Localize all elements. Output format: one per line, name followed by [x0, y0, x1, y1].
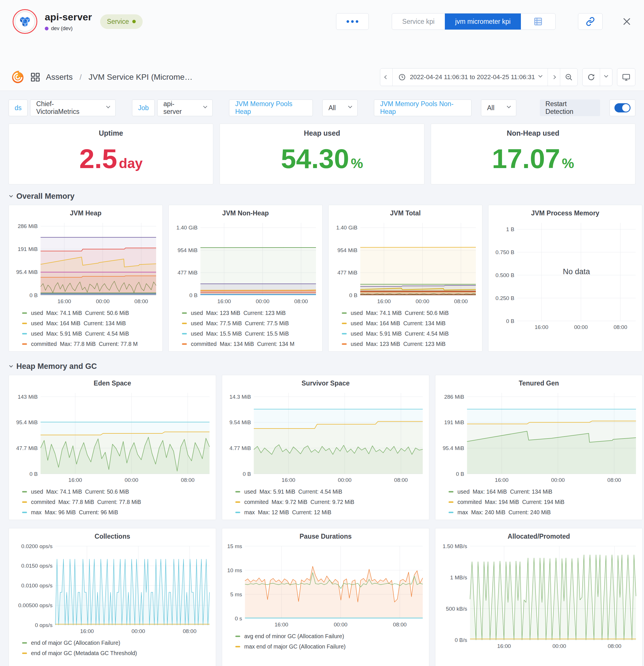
- chart-canvas[interactable]: 1.40 GiB954 MiB477 MiB0 B16:0000:0008:00: [332, 220, 479, 305]
- legend-label: used Max: 74.1 MiB Current: 50.6 MiB: [351, 310, 448, 316]
- legend-item[interactable]: used Max: 123 MiB Current: 123 MiB: [342, 339, 479, 349]
- close-button[interactable]: [622, 17, 631, 26]
- legend-label: commited Max: 77.8 MiB Current: 77.8 MiB: [31, 499, 141, 505]
- chart-canvas[interactable]: 14.3 MiB9.54 MiB4.77 MiB0 B16:0000:0008:…: [225, 389, 426, 484]
- svg-text:0.0150 ops/s: 0.0150 ops/s: [21, 563, 52, 569]
- refresh-button[interactable]: [582, 69, 600, 86]
- job-filter-dropdown[interactable]: api-server: [157, 100, 213, 116]
- chart-canvas[interactable]: 1 B0.750 B0.500 B0.250 B0 B16:0000:0008:…: [491, 220, 639, 331]
- time-range-picker[interactable]: 2022-04-24 11:06:31 to 2022-04-25 11:06:…: [392, 69, 547, 86]
- legend-label: used Max: 164 MiB Current: 134 MiB: [31, 320, 126, 327]
- breadcrumb-app[interactable]: Asserts: [46, 73, 73, 82]
- chart-canvas[interactable]: 1.40 GiB954 MiB477 MiB0 B16:0000:0008:00: [172, 220, 319, 305]
- svg-text:0.750 B: 0.750 B: [496, 249, 514, 255]
- legend-item[interactable]: max Max: 96 MiB Current: 96 MiB: [22, 507, 213, 518]
- section-overall-memory[interactable]: Overall Memory: [10, 192, 635, 201]
- legend-swatch-icon: [448, 491, 454, 492]
- legend-item[interactable]: used Max: 15.5 MiB Current: 15.5 MiB: [182, 328, 319, 339]
- nonheap-pools-filter-dropdown[interactable]: All: [481, 100, 516, 116]
- chart-canvas[interactable]: 143 MiB95.4 MiB47.7 MiB0 B16:0000:0008:0…: [12, 389, 213, 484]
- panel-collections: Collections 0.0200 ops/s0.0150 ops/s0.01…: [9, 528, 216, 666]
- refresh-interval-dropdown[interactable]: [600, 69, 612, 86]
- legend-item[interactable]: used Max: 5.91 MiB Current: 4.54 MiB: [22, 328, 159, 339]
- legend-label: used Max: 123 MiB Current: 123 MiB: [191, 310, 286, 316]
- legend-item[interactable]: end of major GC (Metadata GC Threshold): [22, 648, 213, 658]
- legend-item[interactable]: used Max: 74.1 MiB Current: 50.6 MiB: [22, 308, 159, 318]
- section-heap-memory-gc[interactable]: Heap Memory and GC: [10, 362, 635, 371]
- chart-canvas[interactable]: 1.50 MB/s1 MB/s500 kB/s0 B/s16:0000:0008…: [438, 543, 639, 650]
- tv-mode-button[interactable]: [617, 69, 635, 86]
- legend-swatch-icon: [182, 343, 187, 345]
- legend-item[interactable]: max Max: 240 MiB Current: 240 MiB: [448, 507, 639, 518]
- tab-jvm-micrometer-kpi[interactable]: jvm micrometer kpi: [445, 14, 521, 30]
- svg-text:10 ms: 10 ms: [227, 567, 242, 573]
- time-shift-forward-button[interactable]: [547, 69, 560, 86]
- legend-item[interactable]: used Max: 74.1 MiB Current: 50.6 MiB: [342, 308, 479, 318]
- legend-item[interactable]: used Max: 5.91 MiB Current: 4.54 MiB: [235, 487, 426, 497]
- restart-detection-switch[interactable]: [610, 100, 635, 116]
- panel-jvm-process-memory: JVM Process Memory 1 B0.750 B0.500 B0.25…: [488, 205, 642, 352]
- svg-text:16:00: 16:00: [217, 298, 231, 304]
- svg-text:00:00: 00:00: [334, 621, 348, 628]
- panel-title[interactable]: Collections: [9, 531, 216, 543]
- panel-title[interactable]: JVM Non-Heap: [169, 208, 322, 220]
- legend-item[interactable]: max end of major GC (Allocation Failure): [235, 641, 426, 652]
- tab-table-view[interactable]: [521, 14, 555, 30]
- panel-title[interactable]: Tenured Gen: [435, 378, 642, 389]
- legend-item[interactable]: commited Max: 77.8 MiB Current: 77.8 MiB: [22, 497, 213, 507]
- tab-service-kpi[interactable]: Service kpi: [392, 14, 445, 30]
- panel-title[interactable]: Pause Durations: [222, 531, 429, 543]
- chart-canvas[interactable]: 0.0200 ops/s0.0150 ops/s0.0100 ops/s0.00…: [12, 543, 213, 635]
- panel-title[interactable]: JVM Heap: [9, 208, 163, 220]
- svg-text:16:00: 16:00: [275, 621, 288, 628]
- svg-text:08:00: 08:00: [181, 477, 194, 483]
- legend-item[interactable]: used Max: 164 MiB Current: 134 MiB: [22, 318, 159, 328]
- chevron-down-icon: [106, 104, 110, 108]
- chevron-down-icon: [604, 73, 608, 77]
- legend-label: used Max: 5.91 MiB Current: 4.54 MiB: [31, 330, 129, 337]
- ds-filter-dropdown[interactable]: Chief-VictoriaMetrics: [30, 100, 115, 116]
- time-shift-back-button[interactable]: [380, 69, 392, 86]
- legend-item[interactable]: committed Max: 77.8 MiB Current: 77.8 M: [22, 339, 159, 349]
- zoom-out-button[interactable]: [560, 69, 577, 86]
- legend-item[interactable]: committed Max: 134 MiB Current: 134 M: [182, 339, 319, 349]
- chart-canvas[interactable]: 15 ms10 ms5 ms0 s16:0000:0008:00: [225, 543, 426, 629]
- legend-item[interactable]: used Max: 123 MiB Current: 123 MiB: [182, 308, 319, 318]
- chart-canvas[interactable]: 286 MiB191 MiB95.4 MiB0 B16:0000:0008:00: [438, 389, 639, 484]
- display-group: [617, 68, 635, 86]
- env-dot-icon: [45, 27, 49, 30]
- svg-text:08:00: 08:00: [614, 324, 627, 330]
- svg-text:95.4 MiB: 95.4 MiB: [16, 269, 38, 275]
- dashboard-title[interactable]: JVM Service KPI (Microme…: [89, 73, 193, 82]
- legend-swatch-icon: [235, 512, 240, 513]
- more-actions-button[interactable]: [336, 13, 369, 30]
- legend-item[interactable]: used Max: 77.5 MiB Current: 77.5 MiB: [182, 318, 319, 328]
- legend-label: used Max: 15.5 MiB Current: 15.5 MiB: [191, 330, 289, 337]
- stat-panel-heap-used[interactable]: Heap used 54.30%: [220, 124, 424, 185]
- entity-avatar[interactable]: [13, 9, 37, 34]
- ds-filter-value: Chief-VictoriaMetrics: [36, 100, 94, 116]
- ds-filter-label: ds: [9, 100, 28, 116]
- stat-panel-uptime[interactable]: Uptime 2.5day: [9, 124, 213, 185]
- heap-pools-filter-dropdown[interactable]: All: [322, 100, 357, 116]
- share-link-button[interactable]: [578, 13, 603, 30]
- legend-item[interactable]: max Max: 12 MiB Current: 12 MiB: [235, 507, 426, 518]
- panel-title[interactable]: JVM Process Memory: [489, 208, 642, 220]
- legend-item[interactable]: used Max: 164 MiB Current: 134 MiB: [342, 318, 479, 328]
- legend-item[interactable]: commited Max: 9.72 MiB Current: 9.72 MiB: [235, 497, 426, 507]
- legend-label: commited Max: 9.72 MiB Current: 9.72 MiB: [244, 499, 354, 505]
- chart-canvas[interactable]: 286 MiB191 MiB95.4 MiB0 B16:0000:0008:00: [12, 220, 159, 305]
- panel-title[interactable]: JVM Total: [328, 208, 482, 220]
- stat-panel-nonheap-used[interactable]: Non-Heap used 17.07%: [431, 124, 635, 185]
- legend-item[interactable]: end of major GC (Allocation Failure): [22, 637, 213, 648]
- zoom-out-icon: [565, 73, 573, 81]
- legend-item[interactable]: used Max: 164 MiB Current: 134 MiB: [448, 487, 639, 497]
- panel-title[interactable]: Eden Space: [9, 378, 216, 389]
- legend-item[interactable]: commited Max: 194 MiB Current: 194 MiB: [448, 497, 639, 507]
- legend-item[interactable]: used Max: 74.1 MiB Current: 50.6 MiB: [22, 487, 213, 497]
- panel-title[interactable]: Allocated/Promoted: [435, 531, 642, 543]
- legend-item[interactable]: avg end of minor GC (Allocation Failure): [235, 631, 426, 641]
- panel-title[interactable]: Survivor Space: [222, 378, 429, 389]
- dashboards-grid-icon[interactable]: [30, 72, 40, 82]
- legend-item[interactable]: used Max: 5.91 MiB Current: 4.54 MiB: [342, 328, 479, 339]
